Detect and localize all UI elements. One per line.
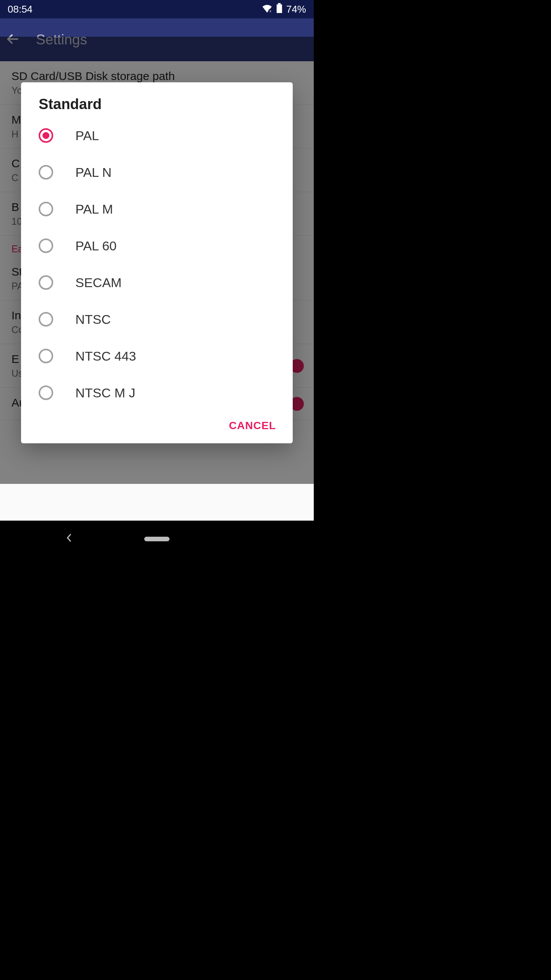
radio-label: PAL (75, 128, 99, 143)
svg-text:x: x (270, 9, 272, 12)
radio-label: NTSC 443 (75, 349, 136, 364)
radio-label: SECAM (75, 275, 122, 290)
dialog-title: Standard (21, 96, 293, 117)
radio-label: PAL M (75, 202, 113, 217)
radio-icon (39, 275, 53, 290)
standard-dialog: Standard PALPAL NPAL MPAL 60SECAMNTSCNTS… (21, 82, 293, 443)
radio-option-secam[interactable]: SECAM (21, 264, 293, 301)
radio-option-pal-m[interactable]: PAL M (21, 191, 293, 227)
nav-home-pill[interactable] (144, 537, 170, 541)
radio-icon (39, 128, 53, 143)
radio-icon (39, 238, 53, 253)
navigation-bar (0, 521, 314, 557)
radio-icon (39, 385, 53, 400)
radio-option-pal-60[interactable]: PAL 60 (21, 227, 293, 264)
battery-icon (276, 3, 282, 16)
status-time: 08:54 (8, 3, 33, 15)
radio-option-pal[interactable]: PAL (21, 117, 293, 154)
cancel-button[interactable]: CANCEL (229, 420, 276, 432)
radio-label: PAL N (75, 165, 111, 180)
radio-icon (39, 349, 53, 363)
radio-icon (39, 202, 53, 216)
radio-icon (39, 165, 53, 180)
radio-option-ntsc[interactable]: NTSC (21, 301, 293, 338)
radio-icon (39, 312, 53, 327)
radio-option-pal-n[interactable]: PAL N (21, 154, 293, 191)
radio-option-ntsc-443[interactable]: NTSC 443 (21, 338, 293, 374)
nav-back-icon[interactable] (65, 533, 73, 545)
status-battery: 74% (286, 3, 306, 15)
radio-label: NTSC M J (75, 385, 135, 400)
radio-label: PAL 60 (75, 238, 117, 253)
svg-rect-2 (278, 3, 280, 5)
status-bar: 08:54 x 74% (0, 0, 314, 18)
radio-label: NTSC (75, 312, 111, 327)
wifi-icon: x (262, 3, 272, 15)
radio-option-ntsc-m-j[interactable]: NTSC M J (21, 374, 293, 411)
